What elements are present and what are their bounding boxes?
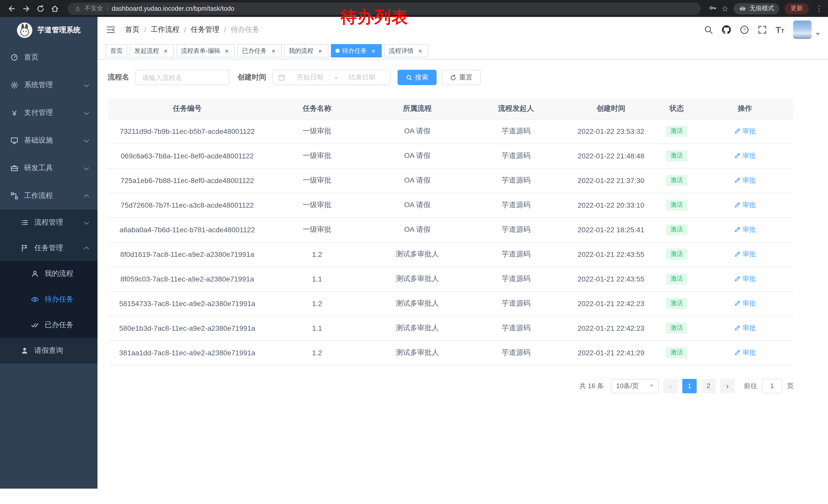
- cell-task-name: 一级审批: [267, 144, 367, 168]
- bookmark-star-icon[interactable]: ☆: [721, 5, 729, 12]
- sidebar-item-todo[interactable]: 待办任务: [0, 287, 97, 312]
- forward-icon[interactable]: [19, 2, 33, 15]
- cell-task-name: 一级审批: [267, 168, 367, 193]
- security-label[interactable]: 不安全: [85, 4, 103, 13]
- approve-link[interactable]: 审批: [734, 200, 756, 210]
- sidebar-item-process-mgmt[interactable]: 流程管理: [0, 210, 97, 235]
- breadcrumb-item-workflow[interactable]: 工作流程: [151, 25, 179, 34]
- dashboard-icon: [10, 53, 18, 61]
- fullscreen-icon[interactable]: [758, 25, 767, 34]
- flag-icon: [20, 244, 29, 252]
- gear-icon: [10, 81, 18, 89]
- start-date-placeholder[interactable]: 开始日期: [287, 73, 333, 82]
- end-date-placeholder[interactable]: 结束日期: [339, 73, 385, 82]
- date-range-picker[interactable]: 开始日期 - 结束日期: [273, 70, 390, 85]
- cell-actions: 审批: [696, 144, 794, 168]
- cell-status: 激活: [657, 119, 696, 144]
- cell-actions: 审批: [696, 267, 794, 291]
- sidebar-item-payment[interactable]: ¥ 支付管理: [0, 99, 97, 127]
- cell-actions: 审批: [696, 316, 794, 340]
- search-icon[interactable]: [704, 25, 713, 34]
- page-2-button[interactable]: 2: [701, 379, 716, 393]
- tab[interactable]: 我的流程 ×: [284, 44, 328, 57]
- sidebar-item-task-mgmt[interactable]: 任务管理: [0, 235, 97, 261]
- cell-task-id: 8f059c03-7ac8-11ec-a9e2-a2380e71991a: [108, 267, 267, 291]
- help-icon[interactable]: ?: [740, 25, 749, 34]
- prev-page-button[interactable]: ‹: [663, 379, 678, 393]
- cell-actions: 审批: [696, 119, 794, 144]
- close-icon[interactable]: ×: [270, 47, 277, 54]
- cell-status: 激活: [657, 193, 696, 217]
- table-header-row: 任务编号任务名称所属流程流程发起人创建时间状态操作: [108, 98, 794, 119]
- update-button[interactable]: 更新: [784, 3, 809, 14]
- user-avatar[interactable]: [793, 20, 812, 39]
- approve-link[interactable]: 审批: [734, 225, 756, 234]
- sidebar-item-devtools[interactable]: 研发工具: [0, 154, 97, 182]
- edit-icon: [734, 276, 741, 282]
- approve-link[interactable]: 审批: [734, 151, 756, 161]
- sidebar-item-leave-query[interactable]: 请假查询: [0, 338, 97, 364]
- close-icon[interactable]: ×: [417, 47, 424, 54]
- incognito-icon: [739, 6, 746, 11]
- approve-link[interactable]: 审批: [734, 348, 756, 357]
- sidebar-item-my-process[interactable]: 我的流程: [0, 261, 97, 287]
- cell-process: OA 请假: [367, 144, 467, 168]
- approve-link[interactable]: 审批: [734, 127, 756, 136]
- approve-link[interactable]: 审批: [734, 250, 756, 259]
- page-size-select[interactable]: 10条/页: [611, 379, 659, 393]
- key-icon[interactable]: [709, 4, 716, 13]
- approve-link[interactable]: 审批: [734, 324, 756, 333]
- edit-icon: [734, 152, 741, 159]
- browser-menu-icon[interactable]: ⋮: [815, 5, 823, 12]
- user-menu-caret-icon[interactable]: [816, 33, 820, 35]
- sidebar-item-system[interactable]: 系统管理: [0, 71, 97, 99]
- chevron-up-icon: [84, 246, 89, 251]
- app-logo[interactable]: 芋道管理系统: [0, 17, 97, 44]
- close-icon[interactable]: ×: [317, 47, 324, 54]
- sidebar-item-infrastructure[interactable]: 基础设施: [0, 127, 97, 154]
- table-row: 75d72608-7b7f-11ec-a3c8-acde48001122 一级审…: [108, 193, 794, 217]
- status-badge: 激活: [666, 322, 688, 333]
- back-icon[interactable]: [5, 2, 18, 15]
- close-icon[interactable]: ×: [223, 47, 230, 54]
- breadcrumb-item-home[interactable]: 首页: [125, 25, 139, 34]
- sidebar: 芋道管理系统 首页 系统管理 ¥ 支付管理 基础设施: [0, 17, 97, 489]
- home-icon[interactable]: [48, 2, 61, 15]
- tab[interactable]: 流程详情 ×: [384, 44, 428, 57]
- reload-icon[interactable]: [34, 2, 47, 15]
- cell-starter: 芋道源码: [467, 193, 565, 217]
- close-icon[interactable]: ×: [370, 47, 377, 54]
- url-text[interactable]: dashboard.yudao.iocoder.cn/bpm/task/todo: [112, 5, 235, 12]
- sidebar-fold-icon[interactable]: [106, 25, 116, 35]
- cell-starter: 芋道源码: [467, 119, 565, 144]
- approve-link[interactable]: 审批: [734, 176, 756, 185]
- process-name-input[interactable]: [135, 70, 229, 85]
- close-icon[interactable]: ×: [162, 47, 169, 54]
- sidebar-item-workflow[interactable]: 工作流程: [0, 182, 97, 210]
- font-size-icon[interactable]: TT: [776, 26, 784, 34]
- tab[interactable]: 发起流程 ×: [130, 44, 174, 57]
- breadcrumb-item-task-mgmt[interactable]: 任务管理: [191, 25, 219, 34]
- sidebar-item-done[interactable]: 已办任务: [0, 312, 97, 338]
- sidebar-item-home[interactable]: 首页: [0, 44, 97, 71]
- cell-created-time: 2022-01-22 23:53:32: [565, 119, 657, 144]
- tab[interactable]: 已办任务 ×: [238, 44, 282, 57]
- chevron-down-icon: [84, 82, 89, 87]
- tab[interactable]: 流程表单-编辑 ×: [176, 44, 235, 57]
- goto-page-input[interactable]: [762, 379, 782, 393]
- search-button[interactable]: 搜索: [398, 70, 437, 85]
- page-1-button[interactable]: 1: [682, 379, 697, 393]
- cell-process: 测试多审批人: [367, 267, 467, 291]
- tab[interactable]: 首页 ×: [106, 44, 127, 57]
- tab-label: 已办任务: [242, 46, 267, 55]
- tab-label: 流程表单-编辑: [181, 46, 220, 55]
- reset-button[interactable]: 重置: [442, 70, 481, 85]
- approve-link[interactable]: 审批: [734, 299, 756, 308]
- approve-link[interactable]: 审批: [734, 274, 756, 283]
- github-icon[interactable]: [722, 25, 731, 34]
- cell-actions: 审批: [696, 291, 794, 316]
- tab[interactable]: 待办任务 ×: [331, 44, 382, 57]
- next-page-button[interactable]: ›: [720, 379, 735, 393]
- cell-process: OA 请假: [367, 217, 467, 242]
- cell-process: 测试多审批人: [367, 340, 467, 365]
